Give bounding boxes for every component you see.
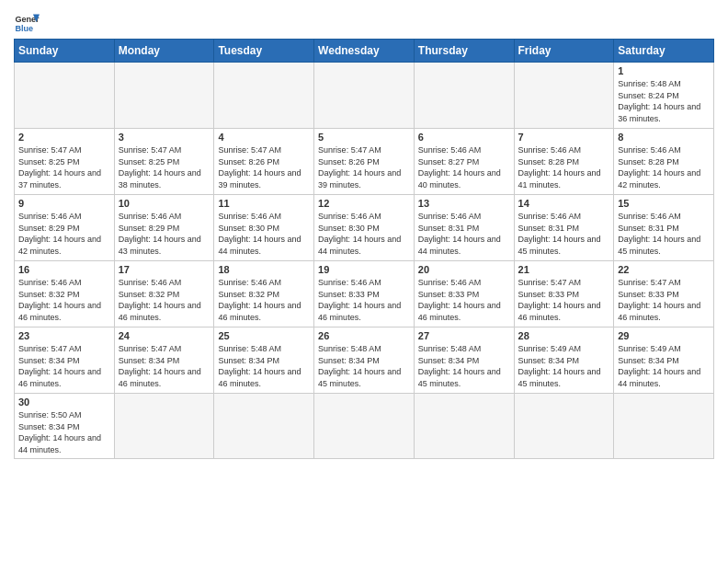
logo: General Blue xyxy=(14,9,43,35)
calendar-cell xyxy=(114,63,214,129)
calendar-table: SundayMondayTuesdayWednesdayThursdayFrid… xyxy=(14,39,714,459)
day-number: 21 xyxy=(518,264,610,275)
calendar-cell: 16Sunrise: 5:46 AMSunset: 8:32 PMDayligh… xyxy=(15,261,115,327)
day-number: 3 xyxy=(119,132,210,143)
calendar-cell: 25Sunrise: 5:48 AMSunset: 8:34 PMDayligh… xyxy=(214,327,314,394)
day-number: 28 xyxy=(518,330,610,341)
calendar-cell: 18Sunrise: 5:46 AMSunset: 8:32 PMDayligh… xyxy=(214,261,314,327)
day-of-week-header: Sunday xyxy=(15,40,115,63)
calendar-cell: 10Sunrise: 5:46 AMSunset: 8:29 PMDayligh… xyxy=(114,195,214,261)
day-number: 20 xyxy=(418,264,510,275)
day-sun-info: Sunrise: 5:46 AMSunset: 8:32 PMDaylight:… xyxy=(18,277,110,323)
day-sun-info: Sunrise: 5:46 AMSunset: 8:32 PMDaylight:… xyxy=(218,277,310,323)
calendar-cell: 1Sunrise: 5:48 AMSunset: 8:24 PMDaylight… xyxy=(614,63,714,129)
day-number: 29 xyxy=(618,330,710,341)
calendar-cell: 7Sunrise: 5:46 AMSunset: 8:28 PMDaylight… xyxy=(514,129,614,195)
calendar-cell: 12Sunrise: 5:46 AMSunset: 8:30 PMDayligh… xyxy=(314,195,415,261)
calendar-cell: 11Sunrise: 5:46 AMSunset: 8:30 PMDayligh… xyxy=(214,195,314,261)
day-sun-info: Sunrise: 5:47 AMSunset: 8:33 PMDaylight:… xyxy=(618,277,710,323)
day-sun-info: Sunrise: 5:46 AMSunset: 8:31 PMDaylight:… xyxy=(618,211,710,257)
calendar-cell xyxy=(314,394,415,459)
calendar-cell: 5Sunrise: 5:47 AMSunset: 8:26 PMDaylight… xyxy=(314,129,415,195)
calendar-cell: 24Sunrise: 5:47 AMSunset: 8:34 PMDayligh… xyxy=(114,327,214,394)
calendar-cell: 6Sunrise: 5:46 AMSunset: 8:27 PMDaylight… xyxy=(414,129,514,195)
day-number: 26 xyxy=(318,330,410,341)
day-sun-info: Sunrise: 5:46 AMSunset: 8:29 PMDaylight:… xyxy=(18,211,110,257)
calendar-cell: 3Sunrise: 5:47 AMSunset: 8:25 PMDaylight… xyxy=(114,129,214,195)
calendar-cell: 30Sunrise: 5:50 AMSunset: 8:34 PMDayligh… xyxy=(15,394,115,459)
svg-text:Blue: Blue xyxy=(15,24,33,33)
calendar-cell: 23Sunrise: 5:47 AMSunset: 8:34 PMDayligh… xyxy=(15,327,115,394)
calendar-cell: 22Sunrise: 5:47 AMSunset: 8:33 PMDayligh… xyxy=(614,261,714,327)
day-sun-info: Sunrise: 5:46 AMSunset: 8:28 PMDaylight:… xyxy=(518,144,610,190)
day-sun-info: Sunrise: 5:46 AMSunset: 8:32 PMDaylight:… xyxy=(119,277,210,323)
day-sun-info: Sunrise: 5:46 AMSunset: 8:29 PMDaylight:… xyxy=(119,211,210,257)
calendar-cell: 26Sunrise: 5:48 AMSunset: 8:34 PMDayligh… xyxy=(314,327,415,394)
calendar-cell: 27Sunrise: 5:48 AMSunset: 8:34 PMDayligh… xyxy=(414,327,514,394)
day-sun-info: Sunrise: 5:47 AMSunset: 8:34 PMDaylight:… xyxy=(119,343,210,389)
day-sun-info: Sunrise: 5:47 AMSunset: 8:34 PMDaylight:… xyxy=(18,343,110,389)
calendar-week-row: 1Sunrise: 5:48 AMSunset: 8:24 PMDaylight… xyxy=(15,63,714,129)
day-number: 14 xyxy=(518,198,610,209)
day-number: 19 xyxy=(318,264,410,275)
day-sun-info: Sunrise: 5:46 AMSunset: 8:31 PMDaylight:… xyxy=(518,211,610,257)
calendar-cell: 4Sunrise: 5:47 AMSunset: 8:26 PMDaylight… xyxy=(214,129,314,195)
calendar-header-row: SundayMondayTuesdayWednesdayThursdayFrid… xyxy=(15,40,714,63)
calendar-week-row: 2Sunrise: 5:47 AMSunset: 8:25 PMDaylight… xyxy=(15,129,714,195)
day-sun-info: Sunrise: 5:48 AMSunset: 8:34 PMDaylight:… xyxy=(318,343,410,389)
calendar-cell: 8Sunrise: 5:46 AMSunset: 8:28 PMDaylight… xyxy=(614,129,714,195)
calendar-cell: 20Sunrise: 5:46 AMSunset: 8:33 PMDayligh… xyxy=(414,261,514,327)
calendar-cell xyxy=(414,63,514,129)
day-number: 17 xyxy=(119,264,210,275)
calendar-week-row: 9Sunrise: 5:46 AMSunset: 8:29 PMDaylight… xyxy=(15,195,714,261)
day-of-week-header: Saturday xyxy=(614,40,714,63)
calendar-cell xyxy=(114,394,214,459)
calendar-cell: 13Sunrise: 5:46 AMSunset: 8:31 PMDayligh… xyxy=(414,195,514,261)
day-number: 12 xyxy=(318,198,410,209)
calendar-cell: 19Sunrise: 5:46 AMSunset: 8:33 PMDayligh… xyxy=(314,261,415,327)
day-sun-info: Sunrise: 5:48 AMSunset: 8:34 PMDaylight:… xyxy=(418,343,510,389)
logo-icon: General Blue xyxy=(14,9,40,35)
day-number: 7 xyxy=(518,132,610,143)
day-number: 10 xyxy=(119,198,210,209)
day-sun-info: Sunrise: 5:47 AMSunset: 8:25 PMDaylight:… xyxy=(18,144,110,190)
day-number: 24 xyxy=(119,330,210,341)
day-number: 22 xyxy=(618,264,710,275)
day-number: 8 xyxy=(618,132,710,143)
day-sun-info: Sunrise: 5:46 AMSunset: 8:28 PMDaylight:… xyxy=(618,144,710,190)
day-sun-info: Sunrise: 5:47 AMSunset: 8:25 PMDaylight:… xyxy=(119,144,210,190)
calendar-cell: 9Sunrise: 5:46 AMSunset: 8:29 PMDaylight… xyxy=(15,195,115,261)
day-sun-info: Sunrise: 5:46 AMSunset: 8:33 PMDaylight:… xyxy=(418,277,510,323)
day-of-week-header: Friday xyxy=(514,40,614,63)
calendar-week-row: 30Sunrise: 5:50 AMSunset: 8:34 PMDayligh… xyxy=(15,394,714,459)
day-sun-info: Sunrise: 5:50 AMSunset: 8:34 PMDaylight:… xyxy=(18,409,110,455)
day-sun-info: Sunrise: 5:46 AMSunset: 8:30 PMDaylight:… xyxy=(318,211,410,257)
calendar-cell xyxy=(15,63,115,129)
calendar-cell: 29Sunrise: 5:49 AMSunset: 8:34 PMDayligh… xyxy=(614,327,714,394)
day-number: 16 xyxy=(18,264,110,275)
day-number: 6 xyxy=(418,132,510,143)
day-sun-info: Sunrise: 5:48 AMSunset: 8:24 PMDaylight:… xyxy=(618,78,710,124)
day-number: 23 xyxy=(18,330,110,341)
day-number: 15 xyxy=(618,198,710,209)
calendar-week-row: 23Sunrise: 5:47 AMSunset: 8:34 PMDayligh… xyxy=(15,327,714,394)
day-number: 30 xyxy=(18,396,110,408)
calendar-cell xyxy=(514,394,614,459)
day-sun-info: Sunrise: 5:46 AMSunset: 8:33 PMDaylight:… xyxy=(318,277,410,323)
calendar-cell: 17Sunrise: 5:46 AMSunset: 8:32 PMDayligh… xyxy=(114,261,214,327)
day-number: 5 xyxy=(318,132,410,143)
calendar-cell xyxy=(314,63,415,129)
day-of-week-header: Wednesday xyxy=(314,40,415,63)
calendar-cell: 15Sunrise: 5:46 AMSunset: 8:31 PMDayligh… xyxy=(614,195,714,261)
day-number: 11 xyxy=(218,198,310,209)
day-number: 4 xyxy=(218,132,310,143)
day-of-week-header: Tuesday xyxy=(214,40,314,63)
calendar-cell: 2Sunrise: 5:47 AMSunset: 8:25 PMDaylight… xyxy=(15,129,115,195)
day-sun-info: Sunrise: 5:46 AMSunset: 8:30 PMDaylight:… xyxy=(218,211,310,257)
calendar-cell xyxy=(414,394,514,459)
day-sun-info: Sunrise: 5:47 AMSunset: 8:33 PMDaylight:… xyxy=(518,277,610,323)
day-number: 2 xyxy=(18,132,110,143)
day-sun-info: Sunrise: 5:47 AMSunset: 8:26 PMDaylight:… xyxy=(218,144,310,190)
day-of-week-header: Monday xyxy=(114,40,214,63)
day-sun-info: Sunrise: 5:48 AMSunset: 8:34 PMDaylight:… xyxy=(218,343,310,389)
